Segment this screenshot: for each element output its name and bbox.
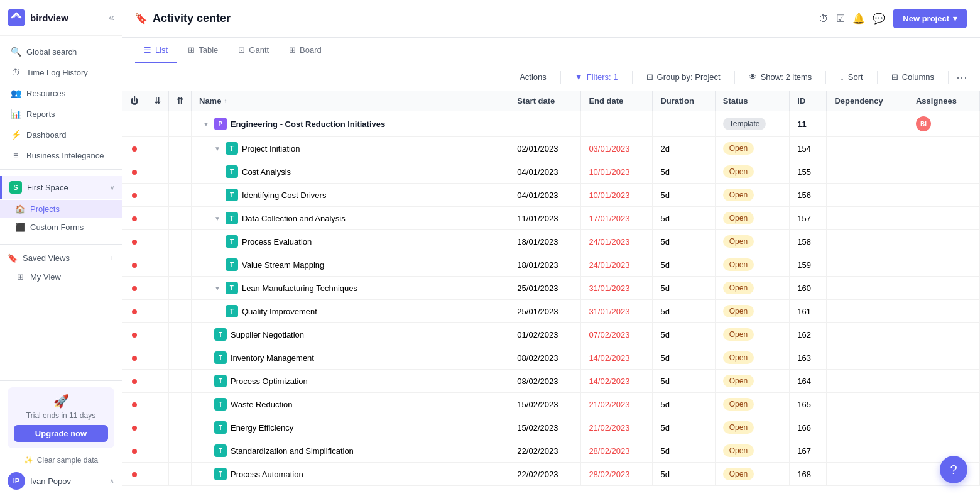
task-name-cell[interactable]: TStandardization and Simplification — [192, 439, 509, 463]
clear-sample-data-button[interactable]: ✨ Clear sample data — [8, 453, 114, 467]
col-header-assignees[interactable]: Assignees — [908, 91, 979, 111]
table-row[interactable]: TStandardization and Simplification22/02… — [122, 439, 980, 463]
table-row[interactable]: TProcess Optimization08/02/202314/02/202… — [122, 370, 980, 393]
upgrade-button[interactable]: Upgrade now — [14, 425, 108, 442]
dependency — [827, 111, 908, 137]
more-options-button[interactable]: ⋯ — [956, 70, 967, 84]
main-header: 🔖 Activity center ⏱ ☑ 🔔 💬 New project ▾ — [122, 0, 980, 38]
task-name-cell[interactable]: TValue Stream Mapping — [192, 253, 509, 277]
task-name-cell[interactable]: TSupplier Negotiation — [192, 323, 509, 346]
task-id: 164 — [790, 370, 827, 393]
bell-icon[interactable]: 🔔 — [852, 13, 865, 25]
start-date: 22/02/2023 — [509, 439, 581, 463]
col-expand — [169, 463, 192, 486]
task-name-cell[interactable]: TCost Analysis — [192, 160, 509, 184]
col-header-duration[interactable]: Duration — [653, 91, 715, 111]
col-header-collapse[interactable]: ⇊ — [146, 91, 169, 111]
sidebar-item-global-search[interactable]: 🔍 Global search — [3, 41, 119, 62]
col-header-id[interactable]: ID — [790, 91, 827, 111]
chevron-right-icon[interactable]: ▼ — [214, 285, 220, 292]
task-name-cell[interactable]: ▼PEngineering - Cost Reduction Initiativ… — [192, 111, 509, 137]
chat-fab-button[interactable]: ? — [940, 456, 967, 483]
task-name-cell[interactable]: TProcess Automation — [192, 463, 509, 486]
dependency — [827, 370, 908, 393]
col-expand — [169, 439, 192, 463]
status: Open — [715, 184, 790, 207]
table-row[interactable]: TIdentifying Cost Drivers04/01/202310/01… — [122, 184, 980, 207]
task-name-cell[interactable]: TQuality Improvement — [192, 300, 509, 323]
checkmark-icon[interactable]: ☑ — [836, 13, 845, 25]
table-row[interactable]: TWaste Reduction15/02/202321/02/20235dOp… — [122, 393, 980, 416]
end-date: 28/02/2023 — [581, 439, 653, 463]
show-items-button[interactable]: 👁 Show: 2 items — [743, 69, 819, 85]
chevron-right-icon[interactable]: ▼ — [214, 145, 220, 152]
table-row[interactable]: TProcess Evaluation18/01/202324/01/20235… — [122, 230, 980, 253]
tab-list[interactable]: ☰ List — [135, 38, 177, 63]
chat-icon[interactable]: 💬 — [873, 13, 885, 25]
table-row[interactable]: ▼PEngineering - Cost Reduction Initiativ… — [122, 111, 980, 137]
tab-gantt[interactable]: ⊡ Gantt — [229, 38, 278, 63]
table-row[interactable]: TCost Analysis04/01/202310/01/20235dOpen… — [122, 160, 980, 184]
table-row[interactable]: ▼TProject Initiation02/01/202303/01/2023… — [122, 137, 980, 160]
timer-icon[interactable]: ⏱ — [819, 13, 829, 25]
start-date: 08/02/2023 — [509, 370, 581, 393]
sidebar-item-business-intelligence[interactable]: ≡ Business Intelegance — [3, 145, 119, 165]
actions-button[interactable]: Actions — [513, 69, 553, 85]
table-row[interactable]: TSupplier Negotiation01/02/202307/02/202… — [122, 323, 980, 346]
task-name-cell[interactable]: ▼TProject Initiation — [192, 137, 509, 160]
task-avatar: T — [226, 235, 238, 248]
col-header-name[interactable]: Name ↑ — [192, 91, 509, 111]
tab-board[interactable]: ⊞ Board — [280, 38, 330, 63]
col-header-expand[interactable]: ⇈ — [169, 91, 192, 111]
table-row[interactable]: ▼TData Collection and Analysis11/01/2023… — [122, 207, 980, 230]
sidebar-item-reports[interactable]: 📊 Reports — [3, 104, 119, 124]
saved-views-header[interactable]: 🔖 Saved Views + — [0, 248, 122, 268]
sidebar-collapse-button[interactable]: « — [109, 12, 114, 23]
sparkle-icon: ✨ — [24, 456, 33, 465]
sidebar-item-time-log-history[interactable]: ⏱ Time Log History — [3, 62, 119, 82]
search-icon: 🔍 — [10, 47, 21, 57]
task-name-cell[interactable]: TInventory Management — [192, 346, 509, 370]
sort-button[interactable]: ↓ Sort — [834, 69, 869, 85]
task-name-cell[interactable]: TProcess Evaluation — [192, 230, 509, 253]
add-saved-view-button[interactable]: + — [109, 253, 114, 263]
task-name-cell[interactable]: TProcess Optimization — [192, 370, 509, 393]
tab-table[interactable]: ⊞ Table — [179, 38, 227, 63]
task-name-cell[interactable]: TIdentifying Cost Drivers — [192, 184, 509, 207]
col-header-status[interactable]: Status — [715, 91, 790, 111]
col-header-start-date[interactable]: Start date — [509, 91, 581, 111]
task-name-cell[interactable]: TEnergy Efficiency — [192, 416, 509, 439]
status: Open — [715, 439, 790, 463]
status-badge: Open — [723, 421, 754, 434]
end-date: 24/01/2023 — [581, 230, 653, 253]
col-header-dependency[interactable]: Dependency — [827, 91, 908, 111]
space-first-space[interactable]: S First Space ∨ — [0, 176, 122, 199]
task-name-cell[interactable]: TWaste Reduction — [192, 393, 509, 416]
group-by-button[interactable]: ⊡ Group by: Project — [640, 69, 727, 85]
chevron-right-icon[interactable]: ▼ — [203, 121, 209, 128]
sidebar-item-projects[interactable]: 🏠 Projects — [0, 200, 122, 218]
collapse-all-icon[interactable]: ⇊ — [154, 96, 161, 106]
status: Open — [715, 230, 790, 253]
task-name-cell[interactable]: ▼TData Collection and Analysis — [192, 207, 509, 230]
table-row[interactable]: ▼TLean Manufacturing Techniques25/01/202… — [122, 277, 980, 300]
table-row[interactable]: TEnergy Efficiency15/02/202321/02/20235d… — [122, 416, 980, 439]
columns-button[interactable]: ⊞ Columns — [885, 69, 940, 85]
task-name-cell[interactable]: ▼TLean Manufacturing Techniques — [192, 277, 509, 300]
chevron-right-icon[interactable]: ▼ — [214, 215, 220, 222]
col-header-end-date[interactable]: End date — [581, 91, 653, 111]
table-row[interactable]: TInventory Management08/02/202314/02/202… — [122, 346, 980, 370]
task-name: Lean Manufacturing Techniques — [242, 284, 357, 293]
duration: 5d — [653, 416, 715, 439]
expand-all-icon[interactable]: ⇈ — [177, 96, 183, 106]
sidebar-item-custom-forms[interactable]: ⬛ Custom Forms — [0, 218, 122, 236]
sidebar-item-my-view[interactable]: ⊞ My View — [0, 268, 122, 286]
table-row[interactable]: TQuality Improvement25/01/202331/01/2023… — [122, 300, 980, 323]
dependency — [827, 160, 908, 184]
table-row[interactable]: TProcess Automation22/02/202328/02/20235… — [122, 463, 980, 486]
new-project-button[interactable]: New project ▾ — [893, 9, 967, 28]
table-row[interactable]: TValue Stream Mapping18/01/202324/01/202… — [122, 253, 980, 277]
filters-button[interactable]: ▼ Filters: 1 — [569, 69, 624, 85]
sidebar-item-dashboard[interactable]: ⚡ Dashboard — [3, 124, 119, 145]
sidebar-item-resources[interactable]: 👥 Resources — [3, 83, 119, 103]
